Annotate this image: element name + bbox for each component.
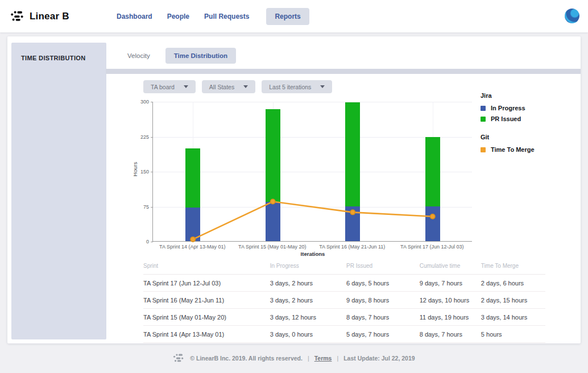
iterations-filter-value: Last 5 iterations [269,84,311,90]
table-cell: 9 days, 7 hours [420,275,481,292]
sidebar-title: TIME DISTRIBUTION [11,43,106,61]
linearb-swarm-icon [10,10,25,23]
report-card: TIME DISTRIBUTION Velocity Time Distribu… [7,36,581,343]
footer-last-update: Last Update: Jul 22, 2019 [343,355,415,362]
content-divider-strip [106,69,581,74]
table-cell: 9 days, 8 hours [346,292,420,309]
table-cell: 8 days, 7 hours [346,309,420,326]
y-axis-tick [151,207,153,208]
y-axis-tick [151,242,153,242]
table-cell: 6 days, 5 hours [346,275,420,292]
grid-line-horizontal [153,102,472,102]
bar-segment-pr-issued[interactable] [266,109,280,202]
brand-name: Linear B [30,11,69,22]
y-axis-tick-label: 225 [135,134,149,140]
legend-group-git: Git [481,134,566,140]
linearb-swarm-icon-grey [173,353,185,363]
page: Linear B Dashboard People Pull Requests … [0,0,588,373]
brand-logo[interactable]: Linear B [10,10,69,23]
table-row: TA Sprint 17 (Jun 12-Jul 03)3 days, 2 ho… [143,275,545,292]
legend-item-time-to-merge[interactable]: Time To Merge [481,146,566,153]
table-cell: 12 days, 10 hours [420,292,481,309]
table-cell: 8 days, 7 hours [420,326,481,343]
x-axis-tick-label: TA Sprint 17 (Jun 12-Jul 03) [384,244,481,250]
bar-segment-pr-issued[interactable] [185,148,200,208]
board-filter-value: TA board [151,84,175,90]
table-cell: TA Sprint 14 (Apr 13-May 01) [143,326,270,343]
table-column-header: Sprint [143,259,270,275]
y-axis-tick-label: 150 [135,169,149,175]
table-header-row: SprintIn ProgressPR IssuedCumulative tim… [143,259,545,275]
nav-item-dashboard[interactable]: Dashboard [117,13,152,20]
y-axis-tick-label: 300 [135,99,149,105]
bar-segment-in-progress[interactable] [345,206,360,241]
legend-label: Time To Merge [491,146,535,153]
table-cell: 5 days, 7 hours [346,326,420,343]
table-cell: 3 days, 0 hours [270,326,346,343]
grid-line-horizontal [153,207,472,208]
chevron-down-icon [184,85,188,88]
bar-segment-pr-issued[interactable] [425,137,440,206]
table-column-header: Time To Merge [481,259,545,275]
report-tabs: Velocity Time Distribution [119,48,236,64]
table-cell: 3 days, 12 hours [270,309,346,326]
legend-group-jira: Jira [481,92,566,99]
board-filter-dropdown[interactable]: TA board [143,80,196,93]
legend-item-pr-issued[interactable]: PR Issued [481,115,566,122]
bar-segment-pr-issued[interactable] [345,102,360,207]
nav-item-people[interactable]: People [167,13,189,20]
table-cell: 2 days, 15 hours [481,292,545,309]
states-filter-dropdown[interactable]: All States [202,80,255,93]
table-column-header: PR Issued [346,259,420,275]
report-sidebar: TIME DISTRIBUTION [11,43,106,339]
footer-separator: | [337,355,338,362]
table-row: TA Sprint 14 (Apr 13-May 01)3 days, 0 ho… [143,326,545,343]
chart-legend: Jira In Progress PR Issued Git Time To M… [481,92,566,157]
page-footer: © LinearB Inc. 2019. All rights reserved… [0,343,588,373]
states-filter-value: All States [209,84,234,90]
y-axis-tick [151,172,153,172]
user-avatar[interactable] [565,9,579,23]
tab-time-distribution[interactable]: Time Distribution [165,48,236,64]
table-row: TA Sprint 16 (May 21-Jun 11)3 days, 2 ho… [143,292,545,309]
x-axis-title: Iterations [264,251,361,257]
main-nav: Dashboard People Pull Requests Reports [117,8,309,25]
filters-row: TA board All States Last 5 iterations [143,80,332,93]
y-axis-tick-label: 75 [135,204,149,210]
table-cell: 11 days, 19 hours [420,309,481,326]
time-to-merge-swatch [481,147,486,152]
table-row: TA Sprint 15 (May 01-May 20)3 days, 12 h… [143,309,545,326]
legend-label: In Progress [491,105,525,111]
grid-line-horizontal [153,137,472,138]
nav-item-pull-requests[interactable]: Pull Requests [204,13,249,20]
top-navigation-bar: Linear B Dashboard People Pull Requests … [0,0,588,32]
bar-segment-in-progress[interactable] [425,206,440,241]
table-cell: 2 days, 6 hours [481,275,545,292]
table-column-header: Cumulative time [420,259,481,275]
table-cell: TA Sprint 17 (Jun 12-Jul 03) [143,275,270,292]
table-cell: TA Sprint 16 (May 21-Jun 11) [143,292,270,309]
grid-line-horizontal [153,172,472,172]
table-cell: TA Sprint 15 (May 01-May 20) [143,309,270,326]
chevron-down-icon [243,85,248,88]
bar-segment-in-progress[interactable] [185,208,200,241]
chart-plot: 075150225300 [152,102,472,242]
sprint-summary-table: SprintIn ProgressPR IssuedCumulative tim… [143,259,545,343]
table-cell: 3 days, 2 hours [270,275,346,292]
footer-copyright: © LinearB Inc. 2019. All rights reserved… [190,355,303,362]
terms-link[interactable]: Terms [314,355,332,362]
table-cell: 3 days, 14 hours [481,309,545,326]
chevron-down-icon [320,85,325,88]
iterations-filter-dropdown[interactable]: Last 5 iterations [262,80,332,93]
y-axis-tick [151,137,153,138]
in-progress-swatch [481,106,486,111]
bar-segment-in-progress[interactable] [266,202,280,241]
table-cell: 3 days, 2 hours [270,292,346,309]
y-axis-tick [151,102,153,102]
footer-separator: | [308,355,309,362]
legend-item-in-progress[interactable]: In Progress [481,105,566,111]
table-column-header: In Progress [270,259,346,275]
nav-item-reports[interactable]: Reports [266,8,309,25]
pr-issued-swatch [481,117,486,122]
tab-velocity[interactable]: Velocity [119,48,159,64]
